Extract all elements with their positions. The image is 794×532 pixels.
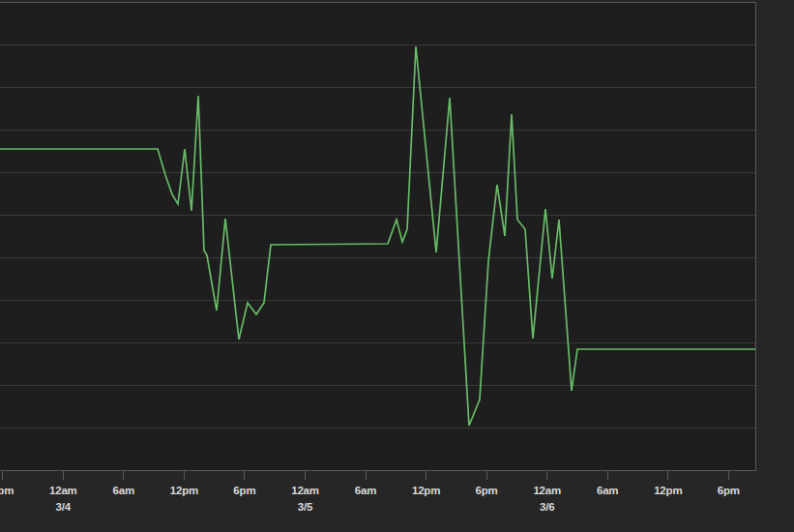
time-series-chart	[0, 0, 794, 532]
metrics-chart-panel: 6pm12am3/46am12pm6pm12am3/56am12pm6pm12a…	[0, 0, 794, 532]
plot-area	[0, 3, 755, 471]
